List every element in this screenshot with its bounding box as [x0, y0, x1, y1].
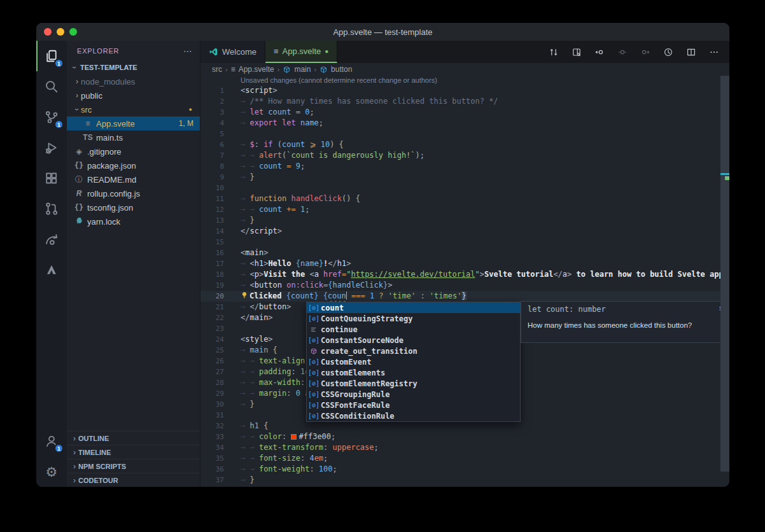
code-line-35[interactable]: 35→ → font-size: 4em;	[200, 453, 729, 464]
activity-item-github-pull-requests[interactable]	[36, 193, 67, 224]
code-line-7[interactable]: 7→ → alert(`count is dangerously high!`)…	[200, 150, 729, 161]
tree-file-yarn-lock[interactable]: yarn.lock	[67, 214, 200, 228]
zoom-window-button[interactable]	[69, 28, 77, 36]
editor-scrollbar[interactable]	[720, 76, 729, 487]
code-line-3[interactable]: 3→ let count = 0;	[200, 107, 729, 118]
line-number: 35	[200, 453, 224, 464]
activity-item-live-share[interactable]	[36, 224, 67, 255]
code-line-13[interactable]: 13→ }	[200, 215, 729, 226]
sidebar-section-npm-scripts[interactable]: ›NPM SCRIPTS	[67, 459, 200, 473]
code-line-15[interactable]: 15	[200, 237, 729, 248]
code-line-10[interactable]: 10	[200, 183, 729, 193]
glyph-margin	[224, 215, 241, 226]
tab-welcome[interactable]: Welcome	[200, 41, 265, 63]
suggest-item-count[interactable]: [⊘]count	[307, 302, 520, 313]
code-area: 1<script>2→ /** How many times has someo…	[200, 85, 729, 486]
tree-file--gitignore[interactable]: ◈.gitignore	[67, 144, 200, 158]
tab-app-svelte[interactable]: ≡App.svelte●	[265, 41, 337, 63]
code-line-5[interactable]: 5	[200, 129, 729, 139]
open-preview-icon[interactable]	[572, 47, 582, 57]
split-editor-icon[interactable]	[686, 47, 696, 57]
suggest-item-cssfontfacerule[interactable]: [⊘]CSSFontFaceRule	[307, 400, 520, 410]
breadcrumb-item-button[interactable]: button	[331, 65, 352, 74]
suggest-item-cssconditionrule[interactable]: [⊘]CSSConditionRule	[307, 410, 520, 421]
suggest-item-countqueuingstrategy[interactable]: [⊘]CountQueuingStrategy	[307, 313, 520, 324]
suggest-item-continue[interactable]: continue	[307, 324, 520, 335]
code-line-32[interactable]: 32→ h1 {	[200, 421, 729, 431]
code-line-8[interactable]: 8→ → count = 9;	[200, 161, 729, 172]
activity-item-extensions[interactable]	[36, 163, 67, 193]
tree-root-test-template[interactable]: › TEST-TEMPLATE	[67, 60, 200, 74]
activity-item-source-control[interactable]: 1	[36, 102, 67, 132]
suggest-item-customelements[interactable]: [⊘]customElements	[307, 367, 520, 378]
code-line-16[interactable]: 16<main>	[200, 248, 729, 258]
code-line-12[interactable]: 12→ → count += 1;	[200, 204, 729, 215]
more-actions-icon[interactable]	[709, 47, 719, 57]
breadcrumb-item-app-svelte[interactable]: App.svelte	[239, 65, 274, 74]
tree-folder-src[interactable]: ›src●	[67, 102, 200, 116]
code-line-9[interactable]: 9→ }	[200, 172, 729, 183]
previous-change-icon[interactable]	[594, 47, 605, 57]
code-line-33[interactable]: 33→ → color: #ff3e00;	[200, 431, 729, 442]
scrollbar-thumb[interactable]	[720, 76, 729, 472]
code-line-18[interactable]: 18→ <p>Visit the <a href="https://svelte…	[200, 269, 729, 280]
sidebar-section-timeline[interactable]: ›TIMELINE	[67, 445, 200, 459]
breadcrumb-item-src[interactable]: src	[212, 65, 222, 74]
suggest-item-create-out-transition[interactable]: create_out_transition	[307, 346, 520, 356]
tree-file-tsconfig-json[interactable]: {}tsconfig.json	[67, 200, 200, 214]
suggest-item-customelementregistry[interactable]: [⊘]CustomElementRegistry	[307, 378, 520, 389]
code-line-37[interactable]: 37→ }	[200, 475, 729, 486]
current-change-icon[interactable]	[617, 47, 628, 57]
sidebar-section-outline[interactable]: ›OUTLINE	[67, 431, 200, 445]
sidebar-section-codetour[interactable]: ›CODETOUR	[67, 473, 200, 487]
tree-file-package-json[interactable]: {}package.json	[67, 158, 200, 172]
minimize-window-button[interactable]	[57, 28, 64, 36]
problems-modified-badge: 1, M	[179, 119, 200, 128]
code-line-17[interactable]: 17→ <h1>Hello {name}!</h1>	[200, 258, 729, 269]
glyph-margin	[224, 302, 241, 312]
code-line-34[interactable]: 34→ → text-transform: uppercase;	[200, 442, 729, 453]
line-number: 36	[200, 464, 224, 475]
suggest-item-constantsourcenode[interactable]: [⊘]ConstantSourceNode	[307, 335, 520, 346]
line-content: </main>	[241, 312, 273, 323]
code-line-2[interactable]: 2→ /** How many times has someone clicke…	[200, 96, 729, 107]
symbol-variable-icon: [⊘]	[307, 315, 321, 322]
activity-item-run-debug[interactable]	[36, 132, 67, 163]
activity-item-settings[interactable]: ⚙	[36, 456, 67, 487]
line-number: 9	[200, 172, 224, 183]
code-line-19[interactable]: 19→ <button on:click={handleClick}>	[200, 280, 729, 291]
line-content: <main>	[241, 248, 268, 258]
code-line-6[interactable]: 6→ $: if (count ⩾ 10) {	[200, 139, 729, 150]
tree-file-main-ts[interactable]: TSmain.ts	[67, 130, 200, 144]
code-line-20[interactable]: 20Clicked {count} {coun === 1 ? 'time' :…	[200, 291, 729, 302]
glyph-margin	[224, 139, 241, 150]
code-line-14[interactable]: 14</script>	[200, 226, 729, 237]
tree-folder-node-modules[interactable]: ›node_modules	[67, 74, 200, 88]
suggest-item-cssgroupingrule[interactable]: [⊘]CSSGroupingRule	[307, 389, 520, 400]
code-line-4[interactable]: 4→ export let name;	[200, 118, 729, 129]
next-change-icon[interactable]	[640, 47, 650, 57]
activity-item-explorer[interactable]: 1	[36, 41, 67, 71]
file-label: .gitignore	[87, 147, 121, 157]
file-label: rollup.config.js	[87, 189, 140, 199]
line-number: 34	[200, 442, 224, 453]
breadcrumb-item-main[interactable]: main	[294, 65, 311, 74]
tree-file-app-svelte[interactable]: ≡App.svelte1, M	[67, 116, 200, 130]
code-line-1[interactable]: 1<script>	[200, 85, 729, 96]
activity-item-accounts[interactable]: 1	[36, 426, 67, 456]
lightbulb-icon[interactable]	[241, 291, 249, 302]
file-history-icon[interactable]	[663, 47, 673, 57]
open-changes-icon[interactable]	[549, 47, 559, 57]
activity-item-search[interactable]	[36, 71, 67, 102]
tree-folder-public[interactable]: ›public	[67, 88, 200, 102]
suggest-item-customevent[interactable]: [⊘]CustomEvent	[307, 356, 520, 367]
sidebar-more-icon[interactable]: ⋯	[183, 46, 192, 56]
code-line-11[interactable]: 11→ function handleClick() {	[200, 193, 729, 204]
editor-content[interactable]: Unsaved changes (cannot determine recent…	[200, 76, 729, 487]
code-line-36[interactable]: 36→ → font-weight: 100;	[200, 464, 729, 475]
tree-file-rollup-config-js[interactable]: Rrollup.config.js	[67, 186, 200, 200]
tree-file-readme-md[interactable]: ⓘREADME.md	[67, 172, 200, 186]
activity-item-azure[interactable]	[36, 255, 67, 285]
close-window-button[interactable]	[44, 28, 52, 36]
suggest-label: create_out_transition	[321, 347, 418, 356]
